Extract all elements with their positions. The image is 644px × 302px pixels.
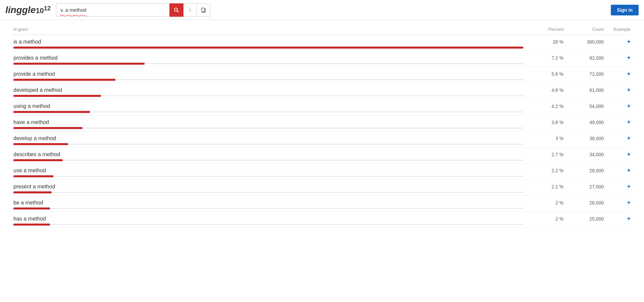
example-plus-button[interactable]: + — [604, 135, 631, 142]
bar-fill — [13, 95, 101, 97]
bar-background — [13, 224, 523, 225]
count-value: 92,000 — [564, 55, 604, 61]
bar-fill — [13, 111, 90, 113]
percent-value: 4.8 % — [523, 87, 564, 93]
table-row[interactable]: have a method 3.8 % 49,000 + — [13, 115, 631, 131]
ngram-text: be a method — [13, 200, 523, 206]
table-row[interactable]: provides a method 7.2 % 92,000 + — [13, 51, 631, 67]
example-plus-button[interactable]: + — [604, 86, 631, 94]
table-row[interactable]: developed a method 4.8 % 61,000 + — [13, 83, 631, 99]
percent-value: 2 % — [523, 200, 564, 205]
bar-fill — [13, 159, 63, 161]
bar-background — [13, 144, 523, 144]
copy-icon — [201, 7, 206, 13]
ngram-text: is a method — [13, 39, 523, 45]
table-row[interactable]: use a method 2.2 % 28,000 + — [13, 164, 631, 180]
count-value: 61,000 — [564, 87, 604, 93]
ngram-text: using a method — [13, 103, 523, 109]
table-row[interactable]: be a method 2 % 26,000 + — [13, 196, 631, 212]
svg-rect-3 — [202, 8, 205, 12]
example-plus-button[interactable]: + — [604, 199, 631, 206]
bar-wrapper — [13, 127, 523, 129]
col-header-ngram: N-gram — [13, 27, 523, 32]
ngram-text: have a method — [13, 119, 523, 125]
info-button[interactable]: i — [183, 3, 197, 17]
example-plus-button[interactable]: + — [604, 119, 631, 126]
main-content: N-gram Percent Count Example is a method… — [0, 20, 644, 235]
bar-fill — [13, 127, 83, 129]
example-plus-button[interactable]: + — [604, 38, 631, 45]
svg-line-1 — [177, 11, 178, 12]
header: linggle1012 i Sign in — [0, 0, 644, 20]
example-plus-button[interactable]: + — [604, 70, 631, 77]
bar-fill — [13, 224, 50, 226]
info-icon: i — [190, 7, 191, 13]
bar-background — [13, 208, 523, 209]
bar-wrapper — [13, 143, 523, 145]
percent-value: 3.8 % — [523, 120, 564, 125]
count-value: 360,000 — [564, 39, 604, 45]
logo: linggle1012 — [5, 5, 51, 15]
percent-value: 2 % — [523, 216, 564, 222]
table-row[interactable]: has a method 2 % 25,000 + — [13, 212, 631, 228]
example-plus-button[interactable]: + — [604, 54, 631, 61]
example-plus-button[interactable]: + — [604, 167, 631, 174]
col-header-count: Count — [564, 27, 604, 32]
count-value: 34,000 — [564, 152, 604, 157]
bar-wrapper — [13, 79, 523, 81]
bar-fill — [13, 191, 52, 193]
count-value: 54,000 — [564, 104, 604, 109]
count-value: 27,000 — [564, 184, 604, 189]
search-input[interactable] — [56, 3, 169, 17]
percent-value: 7.2 % — [523, 55, 564, 61]
logo-text: linggle — [5, 5, 36, 15]
percent-value: 5.6 % — [523, 71, 564, 77]
logo-exponent: 1012 — [36, 5, 51, 14]
ngram-text: develop a method — [13, 135, 523, 141]
search-input-wrapper — [56, 3, 169, 17]
search-button[interactable] — [169, 3, 183, 17]
bar-fill — [13, 143, 68, 145]
count-value: 38,000 — [564, 136, 604, 141]
example-plus-button[interactable]: + — [604, 183, 631, 190]
percent-value: 2.1 % — [523, 184, 564, 189]
sign-in-button[interactable]: Sign in — [611, 5, 639, 15]
count-value: 26,000 — [564, 200, 604, 205]
ngram-text: has a method — [13, 216, 523, 222]
bar-fill — [13, 63, 145, 65]
bar-background — [13, 112, 523, 112]
table-row[interactable]: describes a method 2.7 % 34,000 + — [13, 147, 631, 164]
table-row[interactable]: using a method 4.2 % 54,000 + — [13, 99, 631, 115]
bar-fill — [13, 47, 523, 49]
bar-wrapper — [13, 224, 523, 226]
copy-button[interactable] — [197, 3, 210, 17]
count-value: 72,000 — [564, 71, 604, 77]
count-value: 25,000 — [564, 216, 604, 222]
example-plus-button[interactable]: + — [604, 215, 631, 222]
ngram-text: describes a method — [13, 152, 523, 158]
table-row[interactable]: develop a method 3 % 38,000 + — [13, 131, 631, 147]
table-row[interactable]: is a method 28 % 360,000 + — [13, 35, 631, 51]
example-plus-button[interactable]: + — [604, 103, 631, 110]
bar-wrapper — [13, 95, 523, 97]
col-header-percent: Percent — [523, 27, 564, 32]
search-bar: i — [56, 3, 210, 17]
bar-wrapper — [13, 191, 523, 193]
ngram-text: use a method — [13, 168, 523, 174]
bar-wrapper — [13, 175, 523, 177]
bar-wrapper — [13, 159, 523, 161]
bar-wrapper — [13, 63, 523, 65]
table-row[interactable]: present a method 2.1 % 27,000 + — [13, 180, 631, 196]
count-value: 28,000 — [564, 168, 604, 173]
bar-background — [13, 192, 523, 193]
table-row[interactable]: provide a method 5.6 % 72,000 + — [13, 67, 631, 83]
bar-fill — [13, 207, 50, 209]
percent-value: 3 % — [523, 136, 564, 141]
ngram-text: provide a method — [13, 71, 523, 77]
table-header: N-gram Percent Count Example — [13, 27, 631, 35]
ngram-text: present a method — [13, 184, 523, 190]
percent-value: 2.2 % — [523, 168, 564, 173]
bar-fill — [13, 175, 53, 177]
example-plus-button[interactable]: + — [604, 151, 631, 158]
percent-value: 4.2 % — [523, 104, 564, 109]
